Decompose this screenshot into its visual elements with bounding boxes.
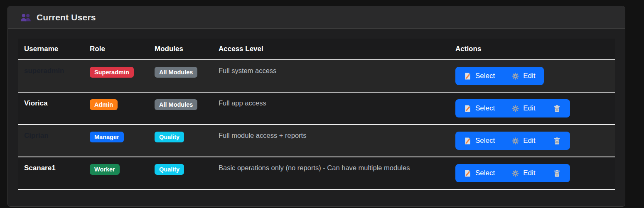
edit-button[interactable]: Edit bbox=[503, 67, 543, 85]
gear-icon bbox=[511, 105, 519, 113]
module-badge: All Modules bbox=[155, 99, 197, 110]
select-button[interactable]: Select bbox=[455, 132, 503, 150]
access-level-cell: Basic operations only (no reports) - Can… bbox=[219, 163, 410, 171]
card-header: Current Users bbox=[8, 6, 625, 29]
users-table: Username Role Modules Access Level Actio… bbox=[18, 39, 615, 190]
delete-button[interactable] bbox=[544, 132, 570, 150]
select-button-label: Select bbox=[475, 72, 495, 80]
select-button[interactable]: Select bbox=[455, 67, 503, 85]
access-level-cell: Full app access bbox=[219, 98, 266, 107]
table-header-row: Username Role Modules Access Level Actio… bbox=[18, 39, 615, 60]
gear-icon bbox=[511, 169, 519, 177]
gear-icon bbox=[511, 137, 519, 145]
edit-button-label: Edit bbox=[523, 104, 535, 113]
column-header-actions: Actions bbox=[449, 39, 615, 60]
username-cell: superadmin bbox=[24, 66, 64, 75]
column-header-role: Role bbox=[84, 39, 148, 60]
users-icon bbox=[20, 13, 31, 22]
role-badge: Superadmin bbox=[90, 67, 134, 78]
edit-button[interactable]: Edit bbox=[503, 132, 543, 150]
memo-icon bbox=[464, 137, 472, 145]
users-table-body: superadmin Superadmin All Modules Full s… bbox=[18, 60, 615, 189]
actions-group: Select bbox=[455, 164, 570, 182]
module-badge: Quality bbox=[155, 164, 184, 175]
delete-button[interactable] bbox=[544, 99, 570, 117]
column-header-username: Username bbox=[18, 39, 84, 60]
role-badge: Manager bbox=[90, 132, 124, 142]
access-level-cell: Full system access bbox=[219, 66, 276, 74]
select-button-label: Select bbox=[475, 104, 495, 113]
current-users-card: Current Users Username Role Modules Acce… bbox=[7, 6, 625, 207]
access-level-cell: Full module access + reports bbox=[219, 130, 306, 139]
gear-icon bbox=[511, 72, 519, 80]
delete-button[interactable] bbox=[544, 164, 570, 182]
actions-group: Select bbox=[455, 67, 544, 85]
page-title: Current Users bbox=[37, 12, 96, 22]
actions-group: Select bbox=[455, 99, 570, 117]
module-badge: Quality bbox=[155, 132, 184, 142]
column-header-modules: Modules bbox=[148, 39, 212, 60]
select-button-label: Select bbox=[475, 137, 495, 145]
memo-icon bbox=[464, 72, 472, 80]
username-cell: Viorica bbox=[24, 98, 47, 107]
card-body: Username Role Modules Access Level Actio… bbox=[8, 29, 625, 200]
memo-icon bbox=[464, 105, 472, 113]
select-button[interactable]: Select bbox=[455, 164, 503, 182]
edit-button-label: Edit bbox=[523, 169, 535, 177]
edit-button-label: Edit bbox=[523, 72, 535, 80]
select-button-label: Select bbox=[475, 169, 495, 177]
edit-button[interactable]: Edit bbox=[503, 164, 543, 182]
edit-button[interactable]: Edit bbox=[503, 99, 543, 117]
edit-button-label: Edit bbox=[523, 137, 535, 145]
username-cell: Scanare1 bbox=[24, 163, 56, 172]
table-row: Ciprian Manager Quality Full module acce… bbox=[18, 125, 615, 157]
module-badge: All Modules bbox=[155, 67, 197, 78]
trash-icon bbox=[553, 169, 561, 177]
table-row: Scanare1 Worker Quality Basic operations… bbox=[18, 157, 615, 189]
role-badge: Admin bbox=[90, 99, 118, 110]
table-row: Viorica Admin All Modules Full app acces… bbox=[18, 92, 615, 125]
select-button[interactable]: Select bbox=[455, 99, 503, 117]
role-badge: Worker bbox=[90, 164, 120, 175]
actions-group: Select bbox=[455, 132, 570, 150]
username-cell: Ciprian bbox=[24, 130, 49, 139]
table-row: superadmin Superadmin All Modules Full s… bbox=[18, 60, 615, 92]
trash-icon bbox=[553, 105, 561, 113]
memo-icon bbox=[464, 169, 472, 177]
trash-icon bbox=[553, 137, 561, 145]
column-header-access-level: Access Level bbox=[212, 39, 449, 60]
